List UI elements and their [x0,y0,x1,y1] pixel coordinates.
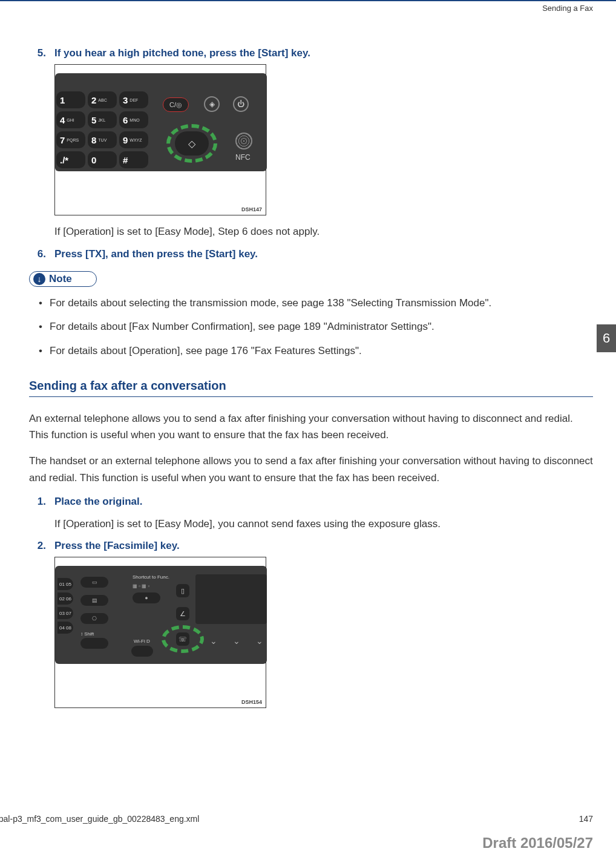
usb-mode-icon: ⎔ [80,613,108,624]
mode-column: ▭ ▤ ⎔ ↕ Shift [80,577,123,656]
key-7: 7PQRS [56,131,85,148]
figure-start-key: 1 2ABC 3DEF 4GHI 5JKL 6MNO 7PQRS 8TUV 9W… [54,64,266,215]
numeric-keypad: 1 2ABC 3DEF 4GHI 5JKL 6MNO 7PQRS 8TUV 9W… [56,91,151,168]
step-1-note: If [Operation] is set to [Easy Mode], yo… [54,516,593,532]
oval-button: ● [133,592,160,603]
idcard-icon: ▯ [176,584,189,597]
step-2: 2. Press the [Facsimile] key. [29,540,593,552]
shift-button [80,638,108,649]
quick-dial-keys: 01 05 02 06 03 07 04 08 [57,578,73,634]
qd-row: 02 06 [57,592,73,605]
chevron-down-icon: ⌄ [210,636,217,646]
device-panel: 01 05 02 06 03 07 04 08 ▭ ▤ ⎔ ↕ Shift Sh… [55,566,267,664]
step-1: 1. Place the original. [29,496,593,508]
chevron-down-icon: ⌄ [256,636,263,646]
key-6: 6MNO [119,111,148,128]
highlight-ring-icon [162,625,204,653]
power-icon: ⏻ [233,96,249,112]
note-item: For details about [Fax Number Confirmati… [29,319,593,335]
scan-icon: ∠ [176,607,189,620]
key-sym: ./* [56,151,85,168]
section-heading: Sending a fax after a conversation [29,379,593,393]
note-item: For details about [Operation], see page … [29,343,593,359]
key-hash: # [119,151,148,168]
key-1: 1 [56,91,85,108]
shift-label: ↕ Shift [80,631,123,637]
page-number: 147 [579,814,593,824]
down-arrow-icon: ↓ [33,273,45,285]
key-4: 4GHI [56,111,85,128]
chapter-tab: 6 [597,324,616,352]
copy-mode-icon: ▭ [80,577,108,588]
wifi-button [131,646,153,657]
section-paragraph: The handset or an external telephone all… [29,453,593,485]
draft-stamp: Draft 2016/05/27 [482,835,593,852]
step-instruction: Place the original. [54,496,593,508]
wifi-label: Wi-Fi D [134,638,150,644]
key-5: 5JKL [88,111,117,128]
nav-arrows: ⌄ ⌄ ⌄ [210,636,263,646]
step-number: 2. [29,540,46,552]
running-header: Sending a Fax [542,4,593,13]
note-item: For details about selecting the transmis… [29,295,593,311]
source-filename: opal-p3_mf3_com_user_guide_gb_00228483_e… [0,814,199,824]
step-instruction: If you hear a high pitched tone, press t… [54,47,593,59]
device-panel: 1 2ABC 3DEF 4GHI 5JKL 6MNO 7PQRS 8TUV 9W… [55,73,267,171]
figure-facsimile-key: 01 05 02 06 03 07 04 08 ▭ ▤ ⎔ ↕ Shift Sh… [54,557,266,708]
doc-mode-icon: ▤ [80,595,108,606]
figure-caption: DSH147 [241,206,262,212]
qd-row: 04 08 [57,622,73,634]
step-5-note: If [Operation] is set to [Easy Mode], St… [54,224,593,240]
nfc-icon [235,133,252,149]
key-0: 0 [88,151,117,168]
figure-caption: DSH154 [241,699,262,705]
step-number: 1. [29,496,46,508]
step-5: 5. If you hear a high pitched tone, pres… [29,47,593,59]
step-number: 5. [29,47,46,59]
key-8: 8TUV [88,131,117,148]
qd-row: 01 05 [57,578,73,590]
key-3: 3DEF [119,91,148,108]
page-content: 5. If you hear a high pitched tone, pres… [29,47,593,712]
section-paragraph: An external telephone allows you to send… [29,410,593,443]
step-number: 6. [29,248,46,260]
lcd-screen [195,574,267,624]
clear-button: C/◎ [163,97,189,112]
note-label: Note [49,273,72,285]
step-instruction: Press [TX], and then press the [Start] k… [54,248,593,260]
highlight-ring-icon [166,124,217,163]
shortcut-label: Shortcut to Func. [133,574,187,580]
step-instruction: Press the [Facsimile] key. [54,540,593,552]
page-footer: opal-p3_mf3_com_user_guide_gb_00228483_e… [0,814,593,824]
step-6: 6. Press [TX], and then press the [Start… [29,248,593,260]
top-rule [0,0,616,1]
settings-icon: ◈ [204,96,220,112]
section-rule [29,396,593,397]
key-2: 2ABC [88,91,117,108]
key-9: 9WXYZ [119,131,148,148]
chevron-down-icon: ⌄ [233,636,240,646]
start-area: C/◎ ◈ ⏻ ◇ NFC [163,97,241,167]
nfc-label: NFC [235,153,251,162]
qd-row: 03 07 [57,607,73,619]
note-callout: ↓ Note For details about selecting the t… [29,271,593,359]
note-header: ↓ Note [29,271,97,287]
